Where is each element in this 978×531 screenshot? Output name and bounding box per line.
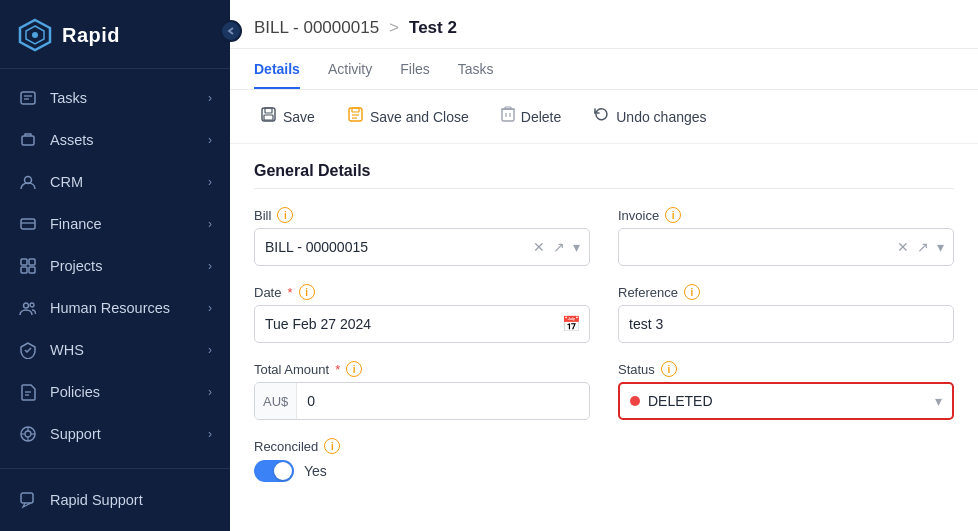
sidebar-item-system[interactable]: System › xyxy=(0,455,230,468)
total-amount-label: Total Amount * i xyxy=(254,361,590,377)
breadcrumb: BILL - 00000015 > Test 2 xyxy=(230,0,978,49)
sidebar-collapse-button[interactable] xyxy=(220,20,242,42)
sidebar-item-rapid-support[interactable]: Rapid Support xyxy=(0,479,230,521)
delete-label: Delete xyxy=(521,109,561,125)
save-button[interactable]: Save xyxy=(254,102,321,131)
sidebar-label-rapid-support: Rapid Support xyxy=(50,492,212,508)
tab-details[interactable]: Details xyxy=(254,49,300,89)
svg-rect-6 xyxy=(22,136,34,145)
sidebar-bottom: Rapid Support xyxy=(0,468,230,531)
sidebar-item-finance[interactable]: Finance › xyxy=(0,203,230,245)
tasks-arrow-icon: › xyxy=(208,91,212,105)
breadcrumb-separator: > xyxy=(389,18,399,38)
save-close-icon xyxy=(347,106,364,127)
sidebar-item-whs[interactable]: WHS › xyxy=(0,329,230,371)
svg-point-14 xyxy=(24,303,29,308)
sidebar-label-finance: Finance xyxy=(50,216,196,232)
delete-icon xyxy=(501,106,515,127)
bill-clear-button[interactable]: ✕ xyxy=(530,237,548,257)
bill-input-actions: ✕ ↗ ▾ xyxy=(530,237,589,257)
bill-info-icon[interactable]: i xyxy=(277,207,293,223)
total-amount-field: Total Amount * i AU$ xyxy=(254,361,590,420)
projects-arrow-icon: › xyxy=(208,259,212,273)
sidebar-nav: Tasks › Assets › CRM › Finance › xyxy=(0,69,230,468)
sidebar-label-human-resources: Human Resources xyxy=(50,300,196,316)
tab-files[interactable]: Files xyxy=(400,49,430,89)
bill-input[interactable] xyxy=(255,229,530,265)
undo-changes-button[interactable]: Undo changes xyxy=(587,102,712,131)
date-info-icon[interactable]: i xyxy=(299,284,315,300)
reconciled-toggle-label: Yes xyxy=(304,463,327,479)
status-value: DELETED xyxy=(640,393,932,409)
sidebar-label-assets: Assets xyxy=(50,132,196,148)
svg-rect-33 xyxy=(502,109,514,121)
reconciled-toggle[interactable] xyxy=(254,460,294,482)
sidebar-item-support[interactable]: Support › xyxy=(0,413,230,455)
date-field: Date * i 📅 xyxy=(254,284,590,343)
tab-tasks[interactable]: Tasks xyxy=(458,49,494,89)
toolbar: Save Save and Close Delete Undo changes xyxy=(230,90,978,144)
policies-icon xyxy=(18,382,38,402)
sidebar: Rapid Tasks › Assets › CRM › xyxy=(0,0,230,531)
sidebar-label-policies: Policies xyxy=(50,384,196,400)
breadcrumb-current-page: Test 2 xyxy=(409,18,457,38)
sidebar-item-policies[interactable]: Policies › xyxy=(0,371,230,413)
reference-label: Reference i xyxy=(618,284,954,300)
projects-icon xyxy=(18,256,38,276)
invoice-dropdown-button[interactable]: ▾ xyxy=(934,237,947,257)
save-and-close-label: Save and Close xyxy=(370,109,469,125)
form-grid: Bill i ✕ ↗ ▾ Invoice i xyxy=(254,207,954,482)
svg-rect-8 xyxy=(21,219,35,229)
svg-point-19 xyxy=(25,431,31,437)
bill-field: Bill i ✕ ↗ ▾ xyxy=(254,207,590,266)
sidebar-logo: Rapid xyxy=(0,0,230,69)
tab-activity[interactable]: Activity xyxy=(328,49,372,89)
invoice-info-icon[interactable]: i xyxy=(665,207,681,223)
svg-rect-27 xyxy=(265,108,272,113)
reconciled-field: Reconciled i Yes xyxy=(254,438,590,482)
bill-label: Bill i xyxy=(254,207,590,223)
total-amount-input[interactable] xyxy=(297,383,589,419)
status-info-icon[interactable]: i xyxy=(661,361,677,377)
reference-info-icon[interactable]: i xyxy=(684,284,700,300)
sidebar-item-projects[interactable]: Projects › xyxy=(0,245,230,287)
delete-button[interactable]: Delete xyxy=(495,102,567,131)
sidebar-item-assets[interactable]: Assets › xyxy=(0,119,230,161)
save-label: Save xyxy=(283,109,315,125)
undo-changes-label: Undo changes xyxy=(616,109,706,125)
save-icon xyxy=(260,106,277,127)
svg-rect-25 xyxy=(21,493,33,503)
sidebar-item-human-resources[interactable]: Human Resources › xyxy=(0,287,230,329)
status-label: Status i xyxy=(618,361,954,377)
reconciled-info-icon[interactable]: i xyxy=(324,438,340,454)
form-area: General Details Bill i ✕ ↗ ▾ xyxy=(230,144,978,531)
date-input[interactable] xyxy=(255,306,562,342)
sidebar-item-tasks[interactable]: Tasks › xyxy=(0,77,230,119)
bill-dropdown-button[interactable]: ▾ xyxy=(570,237,583,257)
assets-arrow-icon: › xyxy=(208,133,212,147)
invoice-external-link-button[interactable]: ↗ xyxy=(914,237,932,257)
sidebar-item-crm[interactable]: CRM › xyxy=(0,161,230,203)
invoice-clear-button[interactable]: ✕ xyxy=(894,237,912,257)
reference-input[interactable] xyxy=(619,306,953,342)
sidebar-label-tasks: Tasks xyxy=(50,90,196,106)
invoice-input[interactable] xyxy=(619,229,894,265)
save-and-close-button[interactable]: Save and Close xyxy=(341,102,475,131)
date-label: Date * i xyxy=(254,284,590,300)
undo-icon xyxy=(593,106,610,127)
assets-icon xyxy=(18,130,38,150)
svg-point-15 xyxy=(30,303,34,307)
sidebar-label-support: Support xyxy=(50,426,196,442)
toggle-thumb xyxy=(274,462,292,480)
sidebar-label-projects: Projects xyxy=(50,258,196,274)
main-content: BILL - 00000015 > Test 2 Details Activit… xyxy=(230,0,978,531)
total-amount-info-icon[interactable]: i xyxy=(346,361,362,377)
bill-external-link-button[interactable]: ↗ xyxy=(550,237,568,257)
svg-rect-10 xyxy=(21,259,27,265)
date-required-marker: * xyxy=(287,285,292,300)
calendar-icon[interactable]: 📅 xyxy=(562,315,589,333)
rapid-support-icon xyxy=(18,490,38,510)
policies-arrow-icon: › xyxy=(208,385,212,399)
reference-input-wrapper xyxy=(618,305,954,343)
status-dropdown-button[interactable]: ▾ xyxy=(932,391,952,411)
